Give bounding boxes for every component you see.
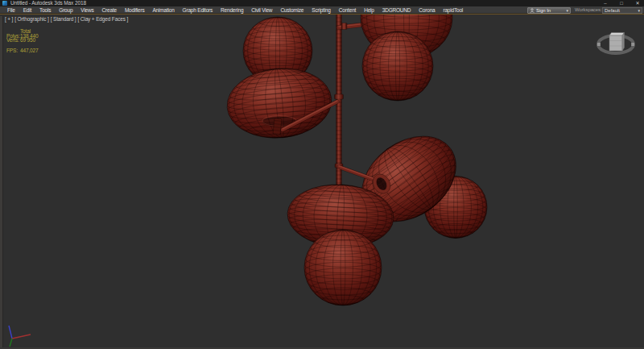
menu-item-group[interactable]: Group	[55, 6, 76, 14]
viewport-menu-general[interactable]: [ + ]	[5, 16, 13, 22]
menu-item-customize[interactable]: Customize	[276, 6, 308, 14]
stats-verts-value: 69 950	[20, 37, 35, 43]
stats-fps-value: 447,027	[20, 48, 38, 53]
viewport: [ + ] [ Orthographic ] [ Standard ] [ Cl…	[0, 14, 644, 349]
window-title: Untitled - Autodesk 3ds Max 2018	[10, 0, 86, 6]
maximize-button[interactable]: □	[618, 0, 625, 6]
menu-item-rendering[interactable]: Rendering	[217, 6, 247, 14]
viewcube-front-face	[609, 35, 622, 51]
menu-item-edit[interactable]: Edit	[19, 6, 35, 14]
menu-item-civil-view[interactable]: Civil View	[247, 6, 276, 14]
workspaces-label: Workspaces:	[575, 6, 601, 14]
viewport-menu-shading[interactable]: [ Clay + Edged Faces ]	[78, 16, 129, 22]
viewport-menu-pov[interactable]: [ Orthographic ]	[14, 16, 48, 22]
workspaces-select[interactable]: Default ▾	[602, 7, 642, 14]
menu-item-create[interactable]: Create	[98, 6, 121, 14]
window-controls: – □ ✕	[602, 0, 641, 6]
sign-in-label: Sign In	[536, 8, 551, 13]
viewcube-top-face	[609, 33, 625, 36]
menu-item-corona[interactable]: Corona	[415, 6, 439, 14]
menu-item-tools[interactable]: Tools	[35, 6, 55, 14]
axis-z	[9, 326, 12, 339]
axis-y	[10, 339, 12, 347]
titlebar: Untitled - Autodesk 3ds Max 2018 – □ ✕	[0, 0, 644, 6]
menu-item-file[interactable]: File	[3, 6, 19, 14]
menu-items: File Edit Tools Group Views Create Modif…	[3, 6, 467, 14]
menu-item-scripting[interactable]: Scripting	[308, 6, 335, 14]
stats-fps-label: FPS:	[6, 48, 20, 53]
viewport-label: [ + ] [ Orthographic ] [ Standard ] [ Cl…	[5, 16, 128, 22]
viewcube-ring-west	[597, 43, 601, 46]
menu-item-graph-editors[interactable]: Graph Editors	[179, 6, 217, 14]
menu-item-content[interactable]: Content	[335, 6, 360, 14]
max-window: Untitled - Autodesk 3ds Max 2018 – □ ✕ F…	[0, 0, 644, 349]
app-logo-icon	[2, 1, 7, 6]
chevron-down-icon: ▾	[638, 7, 640, 14]
menu-item-3dground[interactable]: 3DGROUND	[378, 6, 415, 14]
close-button[interactable]: ✕	[634, 0, 641, 6]
viewcube-ring-east	[631, 43, 634, 46]
menu-item-animation[interactable]: Animation	[148, 6, 178, 14]
viewport-menu-standard[interactable]: [ Standard ]	[51, 16, 76, 22]
scene-svg[interactable]	[0, 15, 644, 349]
menubar: File Edit Tools Group Views Create Modif…	[0, 6, 644, 14]
axis-tripod	[4, 322, 38, 349]
menu-item-views[interactable]: Views	[76, 6, 97, 14]
menu-item-modifiers[interactable]: Modifiers	[121, 6, 149, 14]
menu-item-help[interactable]: Help	[360, 6, 378, 14]
viewcube-side-face	[622, 33, 625, 52]
viewcube[interactable]	[590, 23, 642, 68]
stats-verts-label: Verts:	[6, 37, 20, 43]
workspaces-selected: Default	[605, 8, 620, 13]
menu-item-rapidtool[interactable]: rapidTool	[439, 6, 467, 14]
viewport-frame-left	[0, 16, 3, 349]
chevron-down-icon: ▾	[566, 7, 568, 14]
user-icon	[530, 8, 535, 13]
minimize-button[interactable]: –	[602, 0, 609, 6]
axis-x	[12, 334, 31, 339]
sign-in-button[interactable]: Sign In ▾	[527, 7, 571, 14]
